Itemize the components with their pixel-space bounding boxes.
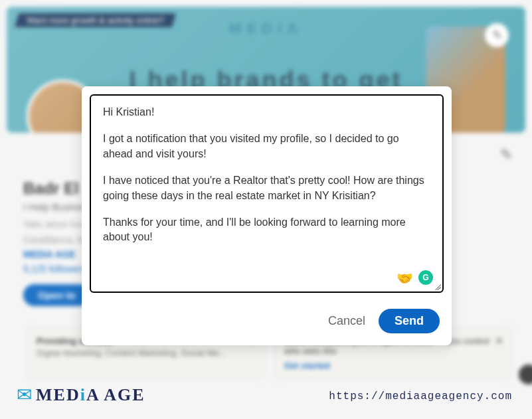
open-to-button[interactable]: Open to xyxy=(23,284,90,306)
cancel-button[interactable]: Cancel xyxy=(328,314,365,328)
get-started-link[interactable]: Get started xyxy=(284,361,330,371)
card-desc: Digital Marketing, Content Marketing, So… xyxy=(37,348,254,358)
envelope-icon: ✉ xyxy=(17,384,32,406)
banner-logo: MEDIA xyxy=(229,20,303,37)
edit-cover-button[interactable] xyxy=(485,23,509,47)
watermark-url: https://mediaageagency.com xyxy=(329,390,512,402)
message-textarea[interactable]: Hi Kristian! I got a notification that y… xyxy=(90,94,444,293)
watermark-brand: ✉ MEDiA AGE xyxy=(17,384,145,406)
resize-handle-icon[interactable] xyxy=(434,284,441,290)
message-line: I have noticed that you're a Realtor tha… xyxy=(103,173,430,203)
grammarly-icon[interactable] xyxy=(418,270,433,285)
handshake-emoji-icon: 🤝 xyxy=(397,270,413,286)
send-button[interactable]: Send xyxy=(379,309,440,333)
watermark-brand-text: MEDiA AGE xyxy=(36,385,145,405)
edit-intro-button[interactable]: ✎ xyxy=(500,146,512,163)
modal-footer: Cancel Send xyxy=(82,301,452,345)
scroll-indicator[interactable] xyxy=(519,365,532,384)
message-line: Thanks for your time, and I'll be lookin… xyxy=(103,215,430,245)
banner-ribbon: Want more growth & activity online? xyxy=(15,13,176,27)
message-modal: Hi Kristian! I got a notification that y… xyxy=(82,86,452,345)
message-line: I got a notification that you visited my… xyxy=(103,131,430,161)
dismiss-card-icon[interactable]: ✕ xyxy=(495,335,503,347)
message-line: Hi Kristian! xyxy=(103,105,430,120)
